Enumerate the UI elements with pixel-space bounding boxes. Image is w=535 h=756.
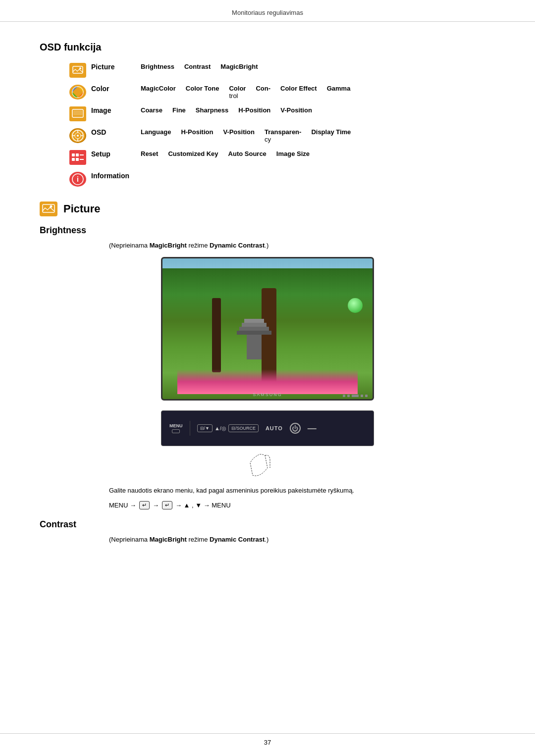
osd-icon-color xyxy=(69,85,86,100)
brightness-note-suffix: .) xyxy=(265,242,268,249)
hand-graphic xyxy=(243,453,292,478)
osd-item-language: Language xyxy=(141,128,171,143)
osd-section-title: OSD funkcija xyxy=(40,42,495,53)
osd-row-setup: Setup Reset Customized Key Auto Source I… xyxy=(69,150,495,165)
picture-icon-svg xyxy=(72,66,83,75)
menu-formula: MENU → ↵ → ↵ → ▲ , ▼ → MENU xyxy=(109,501,495,509)
setup-icon-svg xyxy=(71,151,85,163)
btn-source[interactable]: ⊟/SOURCE xyxy=(228,424,259,432)
pagoda xyxy=(237,319,271,359)
svg-rect-15 xyxy=(72,158,75,161)
osd-items-color: MagicColor Color Tone Color trol Con- Co… xyxy=(141,85,350,100)
osd-label-color: Color xyxy=(91,85,141,93)
pointer-area xyxy=(40,453,495,478)
contrast-note-bold2: Dynamic Contrast xyxy=(210,536,265,543)
contrast-title: Contrast xyxy=(40,519,495,530)
picture-heading-icon-svg xyxy=(42,204,55,214)
contrast-note-middle: režime xyxy=(187,536,210,543)
osd-row-information: i Information xyxy=(69,172,495,187)
green-ball xyxy=(348,298,363,313)
osd-item-colortone: Color Tone xyxy=(186,85,219,100)
image-icon-svg xyxy=(71,108,84,119)
osd-icon-setup xyxy=(69,150,86,165)
osd-items-osd: Language H-Position V-Position Transpare… xyxy=(141,128,351,143)
monitor-base: MENU ⊟/▼ ▲/◎ ⊟/SOURCE AUTO ⏻ — xyxy=(161,410,374,446)
monitor-screen: SAMSUNG xyxy=(161,257,374,401)
flowers xyxy=(177,369,358,394)
osd-label-information: Information xyxy=(91,172,141,180)
brightness-note-middle: režime xyxy=(187,242,210,249)
osd-item-contrast: Contrast xyxy=(184,63,211,70)
osd-item-magiccolor: MagicColor xyxy=(141,85,176,100)
osd-item-reset: Reset xyxy=(141,150,158,157)
osd-item-vposition: V-Position xyxy=(280,106,312,114)
osd-icon-osd xyxy=(69,128,86,143)
osd-item-fine: Fine xyxy=(172,106,186,114)
osd-item-gamma: Gamma xyxy=(327,85,351,100)
picture-heading-title: Picture xyxy=(63,202,101,215)
formula-menu: MENU → xyxy=(109,502,136,509)
header-title: Monitoriaus reguliavimas xyxy=(232,9,303,16)
power-btn[interactable]: ⏻ xyxy=(290,423,301,434)
svg-text:i: i xyxy=(77,175,79,183)
svg-point-22 xyxy=(50,205,53,208)
osd-item-color: Color xyxy=(229,85,246,92)
formula-arrow2: → ▲ , ▼ → MENU xyxy=(175,502,231,509)
osd-item-brightness: Brightness xyxy=(141,63,174,70)
svg-rect-0 xyxy=(73,66,83,73)
brightness-note-prefix: (Neprieinama xyxy=(109,242,150,249)
osd-icon-svg xyxy=(71,129,84,142)
osd-item-v-position: V-Position xyxy=(223,128,255,143)
brightness-note-bold1: MagicBright xyxy=(150,242,187,249)
osd-label-picture: Picture xyxy=(91,63,141,71)
samsung-label: SAMSUNG xyxy=(253,392,282,397)
svg-point-8 xyxy=(77,135,79,137)
page-footer: 37 xyxy=(0,733,535,746)
svg-point-1 xyxy=(79,67,81,69)
osd-item-hposition: H-Position xyxy=(238,106,270,114)
auto-label: AUTO xyxy=(266,425,283,431)
osd-row-osd: OSD Language H-Position V-Position Trans… xyxy=(69,128,495,143)
osd-row-color: Color MagicColor Color Tone Color trol C… xyxy=(69,85,495,100)
formula-box2: ↵ xyxy=(162,501,172,509)
osd-items-picture: Brightness Contrast MagicBright xyxy=(141,63,258,70)
svg-rect-16 xyxy=(76,158,79,161)
contrast-note-suffix: .) xyxy=(265,536,268,543)
osd-item-trol: trol xyxy=(229,92,238,100)
osd-item-magicbright: MagicBright xyxy=(220,63,258,70)
minus-btn[interactable]: — xyxy=(308,423,317,434)
formula-box1: ↵ xyxy=(139,501,150,509)
svg-rect-14 xyxy=(76,153,79,156)
osd-item-coloreffect: Color Effect xyxy=(280,85,317,100)
osd-item-sharpness: Sharpness xyxy=(196,106,228,114)
osd-label-setup: Setup xyxy=(91,150,141,158)
page-header: Monitoriaus reguliavimas xyxy=(0,0,535,22)
brightness-instruction: Galite naudotis ekrano meniu, kad pagal … xyxy=(109,486,495,496)
tree-trunk-2 xyxy=(212,298,221,372)
osd-items-image: Coarse Fine Sharpness H-Position V-Posit… xyxy=(141,106,312,114)
osd-label-image: Image xyxy=(91,106,141,114)
picture-heading: Picture xyxy=(40,202,495,216)
divider-1 xyxy=(190,421,190,436)
brightness-note: (Neprieinama MagicBright režime Dynamic … xyxy=(109,242,495,249)
monitor-dots xyxy=(343,395,368,397)
contrast-note: (Neprieinama MagicBright režime Dynamic … xyxy=(109,536,495,543)
contrast-note-bold1: MagicBright xyxy=(150,536,187,543)
hand-svg xyxy=(243,453,292,478)
osd-item-transparen: Transparen- xyxy=(265,128,301,136)
osd-item-h-position: H-Position xyxy=(181,128,213,143)
osd-icon-image xyxy=(69,106,86,121)
osd-icon-picture xyxy=(69,63,86,78)
page-number: 37 xyxy=(264,739,271,746)
osd-label-osd: OSD xyxy=(91,128,141,136)
osd-item-autosource: Auto Source xyxy=(228,150,267,157)
contrast-note-prefix: (Neprieinama xyxy=(109,536,150,543)
monitor-base-row: MENU ⊟/▼ ▲/◎ ⊟/SOURCE AUTO ⏻ — xyxy=(40,410,495,446)
osd-row-picture: Picture Brightness Contrast MagicBright xyxy=(69,63,495,78)
btn-enter-down[interactable]: ⊟/▼ xyxy=(197,424,213,432)
picture-heading-icon xyxy=(40,202,57,216)
formula-arrow1: → xyxy=(153,502,159,509)
menu-label: MENU xyxy=(169,423,183,428)
osd-item-con: Con- xyxy=(256,85,270,100)
monitor-display: SAMSUNG xyxy=(161,257,374,401)
